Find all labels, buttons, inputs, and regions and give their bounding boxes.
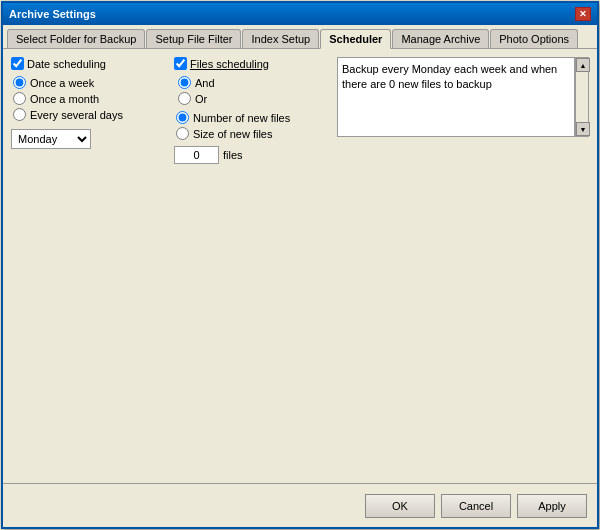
once-week-radio[interactable] xyxy=(13,76,26,89)
tab-manage-archive[interactable]: Manage Archive xyxy=(392,29,489,48)
or-radio[interactable] xyxy=(178,92,191,105)
files-count-input[interactable] xyxy=(174,146,219,164)
tab-photo-options[interactable]: Photo Options xyxy=(490,29,578,48)
every-several-days-radio-label: Every several days xyxy=(13,108,166,121)
tab-select-folder[interactable]: Select Folder for Backup xyxy=(7,29,145,48)
scrollbar-up-button[interactable]: ▲ xyxy=(576,58,590,72)
close-button[interactable]: ✕ xyxy=(575,7,591,21)
date-scheduling-label: Date scheduling xyxy=(27,58,106,70)
day-dropdown[interactable]: Monday Tuesday Wednesday Thursday Friday… xyxy=(11,129,91,149)
date-scheduling-checkbox-row: Date scheduling xyxy=(11,57,166,70)
tab-setup-file-filter[interactable]: Setup File Filter xyxy=(146,29,241,48)
archive-settings-window: Archive Settings ✕ Select Folder for Bac… xyxy=(1,1,599,529)
files-scheduling-label: Files scheduling xyxy=(190,58,269,70)
date-scheduling-checkbox[interactable] xyxy=(11,57,24,70)
middle-panel: Files scheduling And Or Number of new fi… xyxy=(174,57,329,475)
content-area: Date scheduling Once a week Once a month… xyxy=(3,49,597,483)
and-radio-label: And xyxy=(178,76,329,89)
frequency-radio-group: Once a week Once a month Every several d… xyxy=(11,76,166,121)
size-of-new-files-radio-label: Size of new files xyxy=(176,127,329,140)
scrollbar-track xyxy=(576,72,588,122)
and-radio[interactable] xyxy=(178,76,191,89)
day-dropdown-wrapper: Monday Tuesday Wednesday Thursday Friday… xyxy=(11,129,166,149)
once-month-radio[interactable] xyxy=(13,92,26,105)
once-month-radio-label: Once a month xyxy=(13,92,166,105)
bottom-bar: OK Cancel Apply xyxy=(3,483,597,527)
files-scheduling-checkbox[interactable] xyxy=(174,57,187,70)
scrollbar-down-button[interactable]: ▼ xyxy=(576,122,590,136)
summary-box-wrapper: Backup every Monday each week and when t… xyxy=(337,57,589,137)
number-of-new-files-radio[interactable] xyxy=(176,111,189,124)
every-several-days-radio[interactable] xyxy=(13,108,26,121)
number-of-new-files-radio-label: Number of new files xyxy=(176,111,329,124)
window-title: Archive Settings xyxy=(9,8,96,20)
tab-index-setup[interactable]: Index Setup xyxy=(242,29,319,48)
files-scheduling-checkbox-row: Files scheduling xyxy=(174,57,329,70)
apply-button[interactable]: Apply xyxy=(517,494,587,518)
summary-scrollbar[interactable]: ▲ ▼ xyxy=(575,57,589,137)
cancel-button[interactable]: Cancel xyxy=(441,494,511,518)
tab-scheduler[interactable]: Scheduler xyxy=(320,29,391,49)
right-panel: Backup every Monday each week and when t… xyxy=(337,57,589,475)
title-bar: Archive Settings ✕ xyxy=(3,3,597,25)
tab-bar: Select Folder for Backup Setup File Filt… xyxy=(3,25,597,49)
files-type-radio-group: Number of new files Size of new files xyxy=(174,111,329,140)
once-week-radio-label: Once a week xyxy=(13,76,166,89)
and-or-group: And Or xyxy=(174,76,329,105)
size-of-new-files-radio[interactable] xyxy=(176,127,189,140)
ok-button[interactable]: OK xyxy=(365,494,435,518)
left-panel: Date scheduling Once a week Once a month… xyxy=(11,57,166,475)
files-count-row: files xyxy=(174,146,329,164)
or-radio-label: Or xyxy=(178,92,329,105)
files-unit-label: files xyxy=(223,149,243,161)
summary-box: Backup every Monday each week and when t… xyxy=(337,57,575,137)
